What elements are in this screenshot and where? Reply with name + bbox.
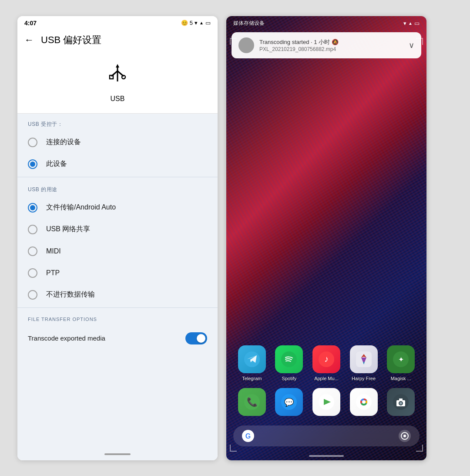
spotify-name: Spotify: [282, 376, 297, 381]
telegram-icon: [238, 345, 266, 373]
app-phone[interactable]: 📞: [238, 388, 266, 419]
svg-rect-3: [110, 75, 113, 79]
svg-point-21: [362, 400, 366, 404]
bottom-bar: [17, 448, 218, 460]
spotify-icon: [275, 345, 303, 373]
radio-midi[interactable]: MIDI: [17, 240, 218, 262]
harpy-free-icon: [350, 345, 378, 373]
toolbar: ← USB 偏好设置: [17, 30, 218, 54]
usb-text: USB: [111, 95, 125, 103]
camera-icon: [387, 388, 415, 416]
notification-content: Transcoding started · 1 小时 🔕 PXL_2021021…: [259, 38, 403, 52]
notification-subtitle: PXL_20210219_080756882.mp4: [259, 46, 403, 52]
media-storage-title: 媒体存储设备: [233, 20, 265, 27]
midi-label: MIDI: [46, 247, 61, 255]
transcode-label: Transcode exported media: [28, 334, 105, 342]
radio-circle-file-transfer: [28, 203, 37, 213]
radio-circle-connected: [28, 138, 37, 147]
back-button[interactable]: ←: [24, 34, 34, 46]
radio-this-device[interactable]: 此设备: [17, 153, 218, 175]
svg-rect-26: [399, 398, 403, 400]
controlled-by-label: USB 受控于：: [17, 114, 218, 132]
upload-icon: ▲: [199, 20, 204, 25]
notification-card[interactable]: Transcoding started · 1 小时 🔕 PXL_2021021…: [232, 32, 421, 58]
telegram-name: Telegram: [242, 376, 262, 381]
radio-circle-ptp: [28, 268, 37, 278]
svg-point-25: [400, 402, 402, 405]
svg-text:💬: 💬: [284, 398, 294, 407]
radio-no-transfer[interactable]: 不进行数据传输: [17, 284, 218, 306]
radio-connected-device[interactable]: 连接的设备: [17, 132, 218, 153]
app-play-store[interactable]: [312, 388, 340, 419]
google-assistant-icon: [399, 430, 411, 442]
transcode-toggle[interactable]: [185, 332, 207, 344]
home-bar: [226, 452, 426, 460]
status-bar-right: 媒体存储设备 ▾ ▲ ▭: [226, 16, 426, 30]
file-transfer-section: FILE TRANSFER OPTIONS Transcode exported…: [17, 310, 218, 353]
face-icon: 😊: [181, 20, 188, 26]
apple-music-icon: ♪: [312, 345, 340, 373]
home-screen-panel: 媒体存储设备 ▾ ▲ ▭ Transcoding started · 1 小时 …: [226, 16, 426, 460]
battery-icon-right: ▭: [414, 20, 420, 27]
ptp-label: PTP: [46, 269, 60, 277]
home-spacer: [226, 60, 426, 345]
radio-ptp[interactable]: PTP: [17, 262, 218, 284]
svg-text:📞: 📞: [246, 397, 257, 407]
page-title: USB 偏好设置: [41, 34, 101, 47]
no-transfer-label: 不进行数据传输: [46, 290, 95, 299]
bottom-indicator: [104, 453, 131, 455]
usb-tethering-label: USB 网络共享: [46, 225, 90, 234]
app-spotify[interactable]: Spotify: [275, 345, 303, 381]
svg-text:✦: ✦: [398, 356, 404, 363]
wifi-icon: ▾: [195, 20, 198, 26]
notification-title: Transcoding started · 1 小时 🔕: [259, 38, 403, 46]
app-magisk[interactable]: ✦ Magisk ...: [387, 345, 415, 381]
radio-circle-this-device: [28, 159, 37, 169]
notification-icon: [238, 37, 254, 53]
battery-icon-left: ▭: [205, 20, 211, 26]
status-bar-left: 4:07 😊 5 ▾ ▲ ▭: [17, 16, 218, 30]
connected-device-label: 连接的设备: [46, 138, 81, 147]
status-icons-left: 😊 5 ▾ ▲ ▭: [181, 20, 211, 26]
google-g-icon: G: [242, 430, 254, 442]
transcode-toggle-row: Transcode exported media: [28, 327, 207, 350]
radio-circle-no-transfer: [28, 290, 37, 300]
upload-icon-right: ▲: [408, 21, 413, 26]
app-messages[interactable]: 💬: [275, 388, 303, 419]
app-apple-music[interactable]: ♪ Apple Mu...: [312, 345, 340, 381]
status-time: 4:07: [24, 20, 37, 27]
notification-chevron[interactable]: ∨: [409, 41, 414, 50]
app-chrome[interactable]: [350, 388, 378, 419]
status-icons-right: ▾ ▲ ▭: [403, 20, 420, 27]
usb-settings-panel: 4:07 😊 5 ▾ ▲ ▭ ← USB 偏好设置: [17, 16, 218, 460]
file-transfer-section-label: FILE TRANSFER OPTIONS: [28, 317, 207, 322]
wifi-icon-right: ▾: [403, 20, 406, 27]
magisk-icon: ✦: [387, 345, 415, 373]
apple-music-name: Apple Mu...: [314, 376, 339, 381]
svg-marker-5: [116, 64, 119, 68]
usb-symbol: [105, 62, 130, 91]
svg-point-7: [281, 351, 297, 367]
radio-file-transfer[interactable]: 文件传输/Android Auto: [17, 197, 218, 219]
home-indicator: [309, 455, 344, 457]
app-row-1: Telegram Spotify ♪ Apple Mu...: [226, 345, 426, 381]
signal-icon: 5: [190, 20, 193, 26]
radio-circle-usb-tethering: [28, 225, 37, 234]
this-device-label: 此设备: [46, 159, 67, 169]
svg-point-31: [403, 435, 406, 437]
svg-point-4: [122, 75, 125, 79]
radio-usb-tethering[interactable]: USB 网络共享: [17, 219, 218, 240]
app-camera[interactable]: [387, 388, 415, 419]
messages-icon: 💬: [275, 388, 303, 416]
chrome-icon: [350, 388, 378, 416]
google-search-bar[interactable]: G: [233, 425, 420, 446]
svg-text:♪: ♪: [324, 354, 329, 364]
app-telegram[interactable]: Telegram: [238, 345, 266, 381]
harpy-free-name: Harpy Free: [352, 376, 376, 381]
app-harpy-free[interactable]: Harpy Free: [350, 345, 378, 381]
app-row-2: 📞 💬: [226, 388, 426, 419]
phone-icon: 📞: [238, 388, 266, 416]
usage-label: USB 的用途: [17, 179, 218, 197]
settings-body: USB 受控于： 连接的设备 此设备 USB 的用途 文件传输/Android …: [17, 114, 218, 448]
svg-text:G: G: [245, 432, 251, 440]
